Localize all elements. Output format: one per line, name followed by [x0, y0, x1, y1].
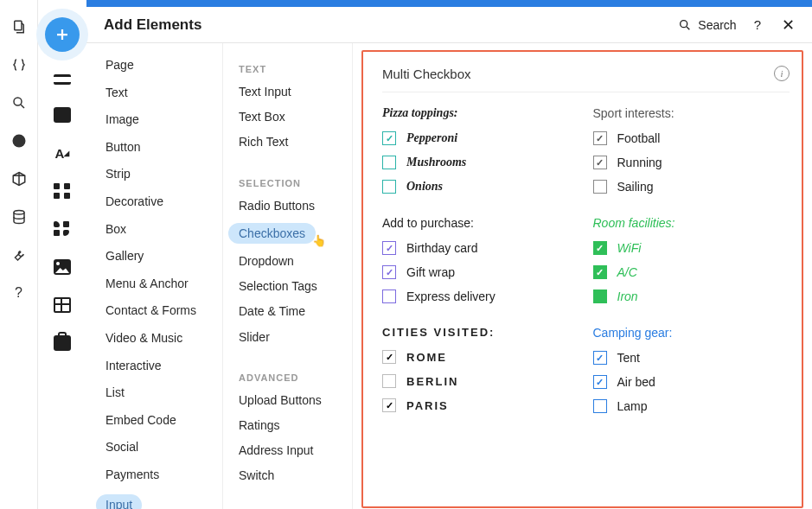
- subcat-rich-text[interactable]: Rich Text: [239, 134, 352, 150]
- github-icon[interactable]: [11, 133, 27, 149]
- checkbox-row[interactable]: Onions: [382, 180, 579, 194]
- database-icon[interactable]: [11, 209, 27, 225]
- checkbox-row[interactable]: Iron: [593, 289, 790, 303]
- panel-header: Add Elements Search ? ✕: [86, 7, 812, 43]
- subcat-upload-buttons[interactable]: Upload Buttons: [239, 392, 352, 408]
- subcat-text-input[interactable]: Text Input: [239, 84, 352, 99]
- help-icon[interactable]: ?: [754, 17, 761, 32]
- checkbox-label: A/C: [617, 265, 637, 279]
- category-video-music[interactable]: Video & Music: [105, 330, 222, 347]
- category-contact-forms[interactable]: Contact & Forms: [105, 302, 222, 320]
- category-menu-anchor[interactable]: Menu & Anchor: [105, 276, 222, 293]
- checkbox-group-cities: Cities visited:RomeBerlinParis: [382, 326, 579, 413]
- checkbox-box[interactable]: [382, 289, 396, 303]
- category-image[interactable]: Image: [105, 111, 222, 129]
- checkbox-box[interactable]: [593, 375, 607, 389]
- checkbox-group-pizza: Pizza toppings:PepperoniMushroomsOnions: [382, 106, 579, 194]
- checkbox-box[interactable]: [382, 374, 396, 388]
- package-icon[interactable]: [11, 171, 27, 187]
- checkbox-label: Onions: [406, 180, 443, 194]
- checkbox-label: Birthday card: [406, 241, 477, 255]
- checkbox-row[interactable]: A/C: [593, 265, 790, 279]
- puzzle-icon[interactable]: [54, 221, 71, 237]
- briefcase-icon[interactable]: [54, 335, 71, 351]
- info-icon[interactable]: i: [774, 66, 790, 81]
- category-embed-code[interactable]: Embed Code: [105, 412, 222, 429]
- checkbox-row[interactable]: Berlin: [382, 374, 579, 388]
- subcat-slider[interactable]: Slider: [239, 329, 352, 345]
- checkbox-box[interactable]: [382, 265, 396, 279]
- subcat-address-input[interactable]: Address Input: [239, 442, 352, 458]
- checkbox-row[interactable]: Express delivery: [382, 289, 579, 303]
- section-icon[interactable]: [54, 74, 71, 85]
- category-button[interactable]: Button: [105, 139, 222, 156]
- checkbox-row[interactable]: Football: [593, 131, 790, 145]
- category-text[interactable]: Text: [105, 85, 222, 102]
- subcat-text-box[interactable]: Text Box: [239, 109, 352, 124]
- checkbox-box[interactable]: [593, 156, 607, 169]
- apps-grid-icon[interactable]: [54, 183, 71, 199]
- category-input[interactable]: Input: [96, 494, 142, 510]
- close-icon[interactable]: ✕: [782, 17, 795, 33]
- checkbox-box[interactable]: [382, 156, 396, 169]
- search-button[interactable]: Search: [678, 18, 736, 32]
- subcat-switch[interactable]: Switch: [239, 468, 352, 483]
- svg-point-2: [12, 135, 25, 148]
- checkbox-row[interactable]: Lamp: [593, 399, 790, 413]
- subcat-radio-buttons[interactable]: Radio Buttons: [239, 198, 352, 213]
- checkbox-box[interactable]: [593, 241, 607, 255]
- category-box[interactable]: Box: [105, 221, 222, 239]
- checkbox-box[interactable]: [593, 399, 607, 413]
- category-interactive[interactable]: Interactive: [105, 358, 222, 375]
- checkbox-row[interactable]: Pepperoni: [382, 131, 579, 145]
- search-label: Search: [698, 18, 736, 32]
- checkbox-box[interactable]: [593, 180, 607, 194]
- checkbox-row[interactable]: Tent: [593, 351, 790, 365]
- help-rail-icon[interactable]: ?: [11, 285, 27, 301]
- checkbox-row[interactable]: Rome: [382, 350, 579, 364]
- checkbox-row[interactable]: Sailing: [593, 180, 790, 194]
- checkbox-label: Express delivery: [406, 289, 496, 303]
- checkbox-row[interactable]: WiFi: [593, 241, 790, 255]
- checkbox-box[interactable]: [382, 180, 396, 194]
- tool-icon-column: A◢: [38, 0, 86, 509]
- text-tool-icon[interactable]: A◢: [54, 145, 71, 161]
- subcat-checkboxes[interactable]: Checkboxes👆: [228, 223, 316, 244]
- category-decorative[interactable]: Decorative: [105, 194, 222, 211]
- checkbox-box[interactable]: [382, 398, 396, 412]
- checkbox-box[interactable]: [382, 350, 396, 364]
- checkbox-group-sport: Sport interests:FootballRunningSailing: [593, 106, 790, 194]
- checkbox-box[interactable]: [593, 289, 607, 303]
- table-tool-icon[interactable]: [54, 297, 71, 313]
- checkbox-row[interactable]: Mushrooms: [382, 156, 579, 169]
- subcat-ratings[interactable]: Ratings: [239, 417, 352, 433]
- checkbox-box[interactable]: [593, 131, 607, 145]
- checkbox-row[interactable]: Birthday card: [382, 241, 579, 255]
- subcat-dropdown[interactable]: Dropdown: [239, 253, 352, 269]
- checkbox-row[interactable]: Running: [593, 156, 790, 169]
- category-strip[interactable]: Strip: [105, 166, 222, 183]
- subcat-date-time[interactable]: Date & Time: [239, 303, 352, 319]
- checkbox-box[interactable]: [382, 241, 396, 255]
- category-gallery[interactable]: Gallery: [105, 248, 222, 265]
- subcat-selection-tags[interactable]: Selection Tags: [239, 278, 352, 294]
- checkbox-box[interactable]: [382, 131, 396, 145]
- code-brackets-icon[interactable]: [11, 57, 27, 73]
- image-tool-icon[interactable]: [54, 259, 71, 275]
- page-block-icon[interactable]: [54, 107, 71, 123]
- cursor-icon: 👆: [312, 234, 326, 249]
- page-icon[interactable]: [11, 19, 27, 35]
- subcat-heading-text: TEXT: [239, 64, 352, 74]
- category-list[interactable]: List: [105, 385, 222, 402]
- checkbox-row[interactable]: Air bed: [593, 375, 790, 389]
- search-rail-icon[interactable]: [11, 95, 27, 111]
- checkbox-row[interactable]: Paris: [382, 398, 579, 412]
- checkbox-row[interactable]: Gift wrap: [382, 265, 579, 279]
- add-element-button[interactable]: [45, 17, 80, 52]
- checkbox-box[interactable]: [593, 351, 607, 365]
- wrench-icon[interactable]: [11, 247, 27, 263]
- category-page[interactable]: Page: [105, 57, 222, 74]
- checkbox-box[interactable]: [593, 265, 607, 279]
- category-social[interactable]: Social: [105, 439, 222, 456]
- category-payments[interactable]: Payments: [105, 467, 222, 484]
